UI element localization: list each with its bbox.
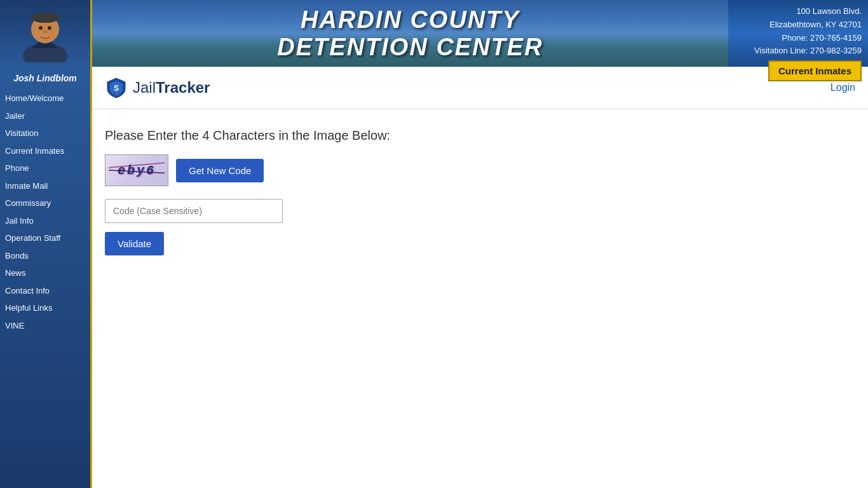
header-title: Hardin County Detention Center	[92, 0, 728, 67]
current-inmates-button[interactable]: Current Inmates	[768, 60, 862, 81]
sidebar-item-bonds[interactable]: Bonds	[0, 247, 90, 265]
jailtracker-logo: S JailTracker	[105, 76, 210, 99]
captcha-chars: eby6	[118, 163, 156, 178]
svg-point-3	[39, 26, 43, 30]
jailtracker-brand: JailTracker	[133, 79, 210, 97]
avatar-section	[0, 0, 92, 67]
captcha-prompt: Please Enter the 4 Characters in the Ima…	[105, 128, 855, 143]
content-area: S JailTracker Login Please Enter the 4 C…	[92, 67, 868, 488]
jailtracker-shield-icon: S	[105, 76, 128, 99]
sidebar-item-current-inmates[interactable]: Current Inmates	[0, 142, 90, 160]
svg-text:S: S	[114, 84, 119, 93]
sidebar-item-inmate-mail[interactable]: Inmate Mail	[0, 177, 90, 195]
sidebar-item-contact-info[interactable]: Contact Info	[0, 282, 90, 300]
address-line2: Elizabethtown, KY 42701	[770, 18, 862, 32]
sidebar-nav: Home/Welcome Jailer Visitation Current I…	[0, 90, 90, 334]
captcha-row: eby6 Get New Code	[105, 154, 855, 186]
sidebar-item-jailer[interactable]: Jailer	[0, 107, 90, 125]
sidebar-item-vine[interactable]: VINE	[0, 317, 90, 335]
header: Hardin County Detention Center 100 Lawso…	[0, 0, 868, 67]
avatar	[17, 5, 74, 62]
title-line2: Detention Center	[277, 34, 543, 61]
code-input[interactable]	[105, 199, 283, 223]
sidebar-item-operation-staff[interactable]: Operation Staff	[0, 229, 90, 247]
jailtracker-bar: S JailTracker Login	[92, 67, 868, 109]
sidebar-item-home[interactable]: Home/Welcome	[0, 90, 90, 107]
sidebar-item-helpful-links[interactable]: Helpful Links	[0, 299, 90, 317]
visitation-line: Visitation Line: 270-982-3259	[754, 44, 862, 58]
sidebar-item-jail-info[interactable]: Jail Info	[0, 212, 90, 230]
sidebar-username: Josh Lindblom	[0, 70, 90, 90]
captcha-section: Please Enter the 4 Characters in the Ima…	[92, 109, 868, 274]
main-layout: Josh Lindblom Home/Welcome Jailer Visita…	[0, 67, 868, 488]
sidebar: Josh Lindblom Home/Welcome Jailer Visita…	[0, 67, 92, 488]
login-link[interactable]: Login	[831, 82, 855, 93]
header-right: 100 Lawson Blvd. Elizabethtown, KY 42701…	[728, 0, 868, 67]
sidebar-item-news[interactable]: News	[0, 264, 90, 282]
title-line1: Hardin County	[277, 6, 543, 34]
phone: Phone: 270-765-4159	[782, 32, 862, 45]
sidebar-item-commissary[interactable]: Commissary	[0, 194, 90, 212]
sidebar-item-visitation[interactable]: Visitation	[0, 125, 90, 142]
get-new-code-button[interactable]: Get New Code	[176, 159, 264, 182]
captcha-image: eby6	[105, 154, 168, 186]
validate-button[interactable]: Validate	[105, 232, 164, 255]
sidebar-item-phone[interactable]: Phone	[0, 159, 90, 177]
svg-point-2	[31, 13, 59, 23]
address-line1: 100 Lawson Blvd.	[796, 5, 862, 18]
svg-point-4	[48, 26, 51, 30]
svg-point-5	[43, 30, 47, 33]
